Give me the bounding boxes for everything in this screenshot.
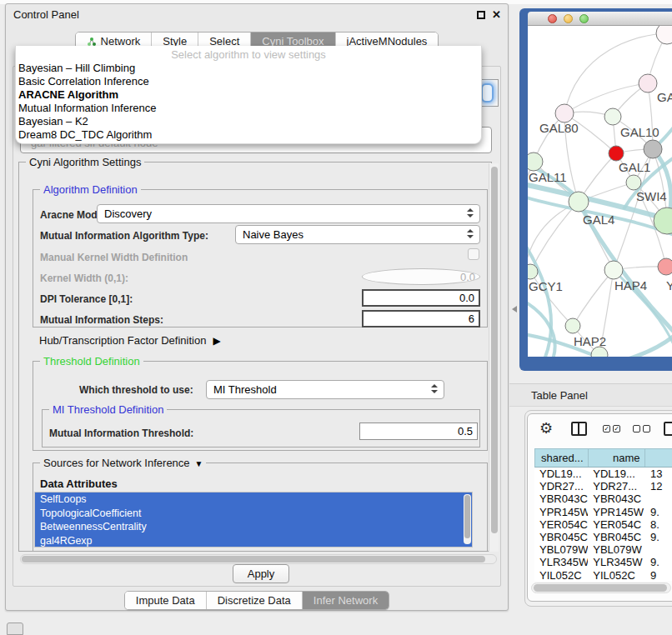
which-threshold-combobox[interactable]: MI Threshold [206, 380, 444, 399]
table-cell[interactable]: YLR345W [588, 556, 645, 568]
table-cell[interactable]: YBR043C [534, 492, 588, 505]
table-cell[interactable]: YER054C [534, 518, 588, 531]
scrollbar-thumb[interactable] [22, 556, 485, 562]
network-edge-thick[interactable] [628, 332, 672, 357]
column-header-shared-name[interactable]: shared... [535, 449, 589, 467]
network-node[interactable] [626, 175, 641, 190]
tab-discretize-data[interactable]: Discretize Data [206, 592, 302, 609]
network-node[interactable] [639, 74, 657, 92]
settings-horizontal-scrollbar[interactable] [20, 554, 497, 564]
focused-combo-button[interactable] [481, 83, 494, 102]
network-node[interactable] [528, 152, 543, 171]
network-node[interactable] [565, 318, 580, 333]
table-cell[interactable]: YDR27... [534, 480, 588, 492]
float-window-icon[interactable] [477, 11, 485, 19]
gear-icon[interactable]: ⚙ [539, 421, 553, 436]
table-row[interactable]: YIL052CYIL052C9 [534, 569, 672, 582]
attribute-list-item[interactable]: TopologicalCoefficient [35, 507, 472, 521]
table-row[interactable]: YDR27...YDR27...12 [534, 480, 672, 492]
network-canvas[interactable]: GALGAL80GAL10GAL1SWI4GAL11GAL4GCY1HAP4YH… [528, 26, 672, 357]
close-icon[interactable]: ✕ [492, 8, 501, 21]
network-node[interactable] [604, 261, 623, 279]
algorithm-option[interactable]: Dream8 DC_TDC Algorithm [16, 128, 481, 142]
table-cell[interactable] [645, 492, 672, 505]
table-row[interactable]: YLR345WYLR345W9. [534, 556, 672, 568]
table-cell[interactable]: 9. [645, 556, 672, 568]
table-cell[interactable]: 12 [645, 480, 672, 492]
table-cell[interactable]: YBR045C [588, 531, 645, 543]
table-cell[interactable]: YPR145W [534, 506, 588, 518]
hub-definition-expander[interactable]: Hub/Transcription Factor Definition▶ [39, 334, 221, 347]
table-row[interactable]: YPR145WYPR145W9. [534, 506, 672, 518]
collapsed-panel-button[interactable] [7, 622, 23, 635]
table-row[interactable]: YBR045CYBR045C9. [534, 531, 672, 543]
data-attributes-list[interactable]: SelfLoopsTopologicalCoefficientBetweenne… [34, 492, 473, 548]
algorithm-option[interactable]: ARACNE Algorithm [16, 88, 481, 102]
table-cell[interactable]: 9 [645, 569, 672, 582]
tab-infer-network[interactable]: Infer Network [302, 592, 389, 609]
column-header-partial[interactable] [645, 449, 672, 467]
scrollbar-thumb[interactable] [464, 495, 470, 538]
table-cell[interactable]: YPR145W [588, 506, 645, 518]
table-cell[interactable]: YBL079W [534, 543, 588, 556]
table-cell[interactable]: YBR043C [588, 492, 645, 505]
algorithm-option[interactable]: Mutual Information Inference [16, 102, 481, 115]
sources-collapse-toggle[interactable]: Sources for Network Inference▼ [40, 457, 206, 469]
attribute-list-item[interactable]: BetweennessCentrality [35, 520, 472, 534]
table-cell[interactable]: YBL079W [588, 543, 645, 556]
network-node[interactable] [644, 140, 662, 158]
network-edge[interactable] [573, 270, 614, 326]
network-node[interactable] [555, 104, 574, 122]
column-header-name[interactable]: name [589, 449, 645, 467]
algorithm-option[interactable]: Bayesian – Hill Climbing [16, 62, 481, 75]
columns-icon[interactable] [571, 422, 587, 436]
network-node[interactable] [658, 258, 672, 275]
table-cell[interactable]: YDL19... [534, 468, 588, 480]
network-node[interactable] [569, 192, 589, 212]
network-edge[interactable] [564, 33, 667, 113]
splitter-collapse-arrow[interactable] [512, 306, 517, 312]
network-node[interactable] [604, 108, 621, 125]
toolbar-icon-partial[interactable] [664, 422, 672, 436]
mi-type-combobox[interactable]: Naive Bayes [235, 225, 480, 244]
apply-button[interactable]: Apply [233, 564, 289, 583]
table-horizontal-scrollbar[interactable] [531, 582, 671, 593]
network-node[interactable] [609, 146, 624, 161]
mi-threshold-field[interactable] [359, 422, 478, 440]
minimize-traffic-light[interactable] [564, 14, 573, 23]
tab-impute-data[interactable]: Impute Data [125, 592, 206, 609]
algorithm-option[interactable]: Bayesian – K2 [16, 115, 481, 128]
table-cell[interactable]: 8. [645, 518, 672, 531]
table-cell[interactable] [645, 543, 672, 556]
table-cell[interactable]: YIL052C [534, 569, 588, 582]
network-node[interactable] [656, 26, 672, 44]
mi-steps-field[interactable] [362, 310, 480, 328]
table-cell[interactable]: YER054C [588, 518, 645, 531]
table-cell[interactable]: YLR345W [534, 556, 588, 568]
attribute-list-item[interactable]: gal4RGexp [35, 534, 472, 548]
select-all-columns-icon[interactable]: ✓✓ [603, 425, 620, 432]
table-cell[interactable]: YDL19... [588, 468, 645, 480]
zoom-traffic-light[interactable] [579, 14, 589, 23]
table-cell[interactable]: YIL052C [588, 569, 645, 582]
table-cell[interactable]: 9. [645, 506, 672, 518]
network-edge[interactable] [564, 83, 648, 113]
algorithm-option[interactable]: Basic Correlation Inference [16, 75, 481, 88]
table-cell[interactable]: YBR045C [534, 531, 588, 543]
deselect-all-columns-icon[interactable] [633, 425, 650, 432]
dpi-tolerance-field[interactable] [362, 289, 480, 307]
table-row[interactable]: YBR043CYBR043C [534, 492, 672, 505]
table-row[interactable]: YER054CYER054C8. [534, 518, 672, 531]
list-scrollbar[interactable] [464, 494, 471, 544]
aracne-mode-combobox[interactable]: Discovery [97, 204, 480, 223]
table-row[interactable]: YDL19...YDL19...13 [534, 468, 672, 480]
attribute-list-item[interactable]: SelfLoops [35, 492, 472, 507]
network-edge[interactable] [648, 83, 653, 149]
scrollbar-thumb[interactable] [491, 167, 498, 533]
scrollbar-thumb[interactable] [534, 584, 667, 592]
table-cell[interactable]: 9. [645, 531, 672, 543]
table-cell[interactable]: 13 [645, 468, 672, 480]
table-row[interactable]: YBL079WYBL079W [534, 543, 672, 556]
table-cell[interactable]: YDR27... [588, 480, 645, 492]
network-window-titlebar[interactable] [528, 12, 672, 26]
